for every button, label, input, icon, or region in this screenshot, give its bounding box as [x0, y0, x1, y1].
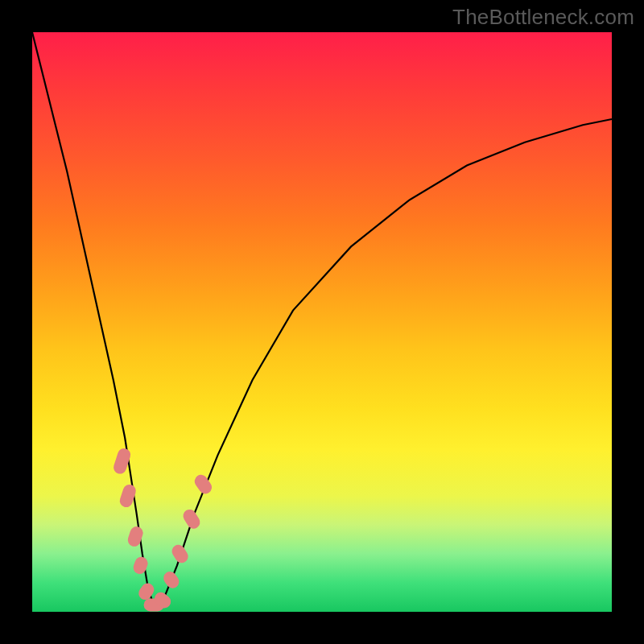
curve-svg: [32, 32, 612, 612]
curve-marker: [181, 507, 203, 531]
chart-frame: TheBottleneck.com: [0, 0, 644, 644]
bottleneck-curve: [32, 32, 612, 606]
watermark-text: TheBottleneck.com: [452, 5, 634, 30]
plot-area: [32, 32, 612, 612]
marker-group: [112, 447, 214, 611]
curve-marker: [131, 555, 149, 576]
curve-marker: [192, 473, 215, 497]
curve-marker: [161, 569, 181, 591]
curve-marker: [170, 543, 191, 566]
